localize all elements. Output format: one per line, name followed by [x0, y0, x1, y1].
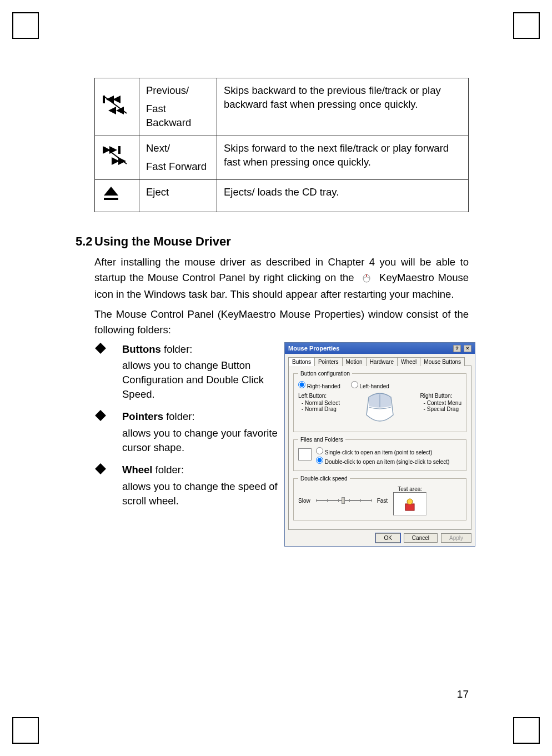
- mouse-graphic: [358, 393, 402, 427]
- dialog-title: Mouse Properties: [288, 345, 339, 352]
- eject-icon: [95, 179, 139, 212]
- table-row: Next/ Fast Forward Skips forward to the …: [95, 136, 469, 179]
- bullet-list-column: Buttons folder: allows you to change But…: [94, 342, 278, 547]
- ok-button[interactable]: OK: [375, 533, 400, 543]
- page-content: Previous/ Fast Backward Skips backward t…: [94, 78, 469, 547]
- radio-right-handed[interactable]: Right-handed: [298, 383, 340, 389]
- apply-button[interactable]: Apply: [441, 533, 471, 543]
- svg-marker-12: [104, 187, 118, 196]
- svg-rect-8: [118, 146, 121, 154]
- right-button-info: Right Button: Context Menu Special Drag: [420, 393, 461, 412]
- cancel-button[interactable]: Cancel: [404, 533, 438, 543]
- svg-marker-6: [103, 146, 111, 154]
- test-area: Test area:: [393, 486, 426, 515]
- tab-pointers[interactable]: Pointers: [314, 357, 343, 366]
- slow-label: Slow: [298, 498, 310, 504]
- crop-mark: [12, 12, 39, 39]
- mouse-properties-dialog: Mouse Properties ? × Buttons Pointers Mo…: [284, 342, 475, 547]
- previous-desc: Skips backward to the previous file/trac…: [217, 78, 469, 136]
- diamond-bullet-icon: [95, 463, 106, 474]
- screenshot-column: Mouse Properties ? × Buttons Pointers Mo…: [284, 342, 475, 547]
- svg-marker-2: [113, 96, 121, 103]
- svg-rect-13: [104, 198, 118, 200]
- svg-rect-15: [366, 274, 367, 277]
- dialog-titlebar: Mouse Properties ? ×: [285, 343, 475, 354]
- svg-marker-11: [118, 157, 126, 165]
- svg-marker-4: [108, 107, 116, 114]
- previous-label: Previous/ Fast Backward: [139, 78, 217, 136]
- tab-bar: Buttons Pointers Motion Hardware Wheel M…: [288, 357, 471, 366]
- previous-icon: [95, 78, 139, 136]
- svg-marker-10: [112, 157, 119, 165]
- paragraph-2: The Mouse Control Panel (KeyMaestro Mous…: [94, 307, 469, 338]
- radio-single-click[interactable]: Single-click to open an item (point to s…: [316, 447, 449, 457]
- table-row: Eject Ejects/ loads the CD tray.: [95, 179, 469, 212]
- speed-slider[interactable]: [316, 497, 372, 504]
- svg-rect-16: [405, 504, 414, 510]
- eject-label: Eject: [139, 179, 217, 212]
- tab-buttons[interactable]: Buttons: [288, 357, 315, 366]
- tab-mouse-buttons[interactable]: Mouse Buttons: [420, 357, 465, 366]
- folder-icon: [298, 448, 312, 460]
- radio-left-handed[interactable]: Left-handed: [351, 383, 389, 389]
- dialog-button-row: OK Cancel Apply: [285, 530, 475, 546]
- tab-hardware[interactable]: Hardware: [366, 357, 398, 366]
- keymaestro-icon: [361, 272, 372, 287]
- crop-mark: [513, 717, 540, 744]
- fast-label: Fast: [377, 498, 388, 504]
- double-click-speed-group: Double-click speed Slow: [293, 475, 466, 520]
- button-config-group: Button configuration Right-handed Left-h…: [293, 371, 466, 432]
- files-folders-group: Files and Folders Single-click to open a…: [293, 437, 466, 471]
- help-icon[interactable]: ?: [453, 345, 461, 352]
- page-number: 17: [457, 688, 469, 700]
- close-icon[interactable]: ×: [464, 345, 471, 352]
- list-item: Wheel folder: allows you to change the s…: [94, 463, 278, 508]
- list-item: Pointers folder: allows you to change yo…: [94, 409, 278, 455]
- crop-mark: [513, 12, 540, 39]
- tab-motion[interactable]: Motion: [342, 357, 367, 366]
- svg-marker-7: [109, 146, 117, 154]
- next-label: Next/ Fast Forward: [139, 136, 217, 179]
- next-icon: [95, 136, 139, 179]
- eject-desc: Ejects/ loads the CD tray.: [217, 179, 469, 212]
- jack-in-box-icon[interactable]: [393, 492, 426, 515]
- diamond-bullet-icon: [95, 410, 106, 421]
- next-desc: Skips forward to the next file/track or …: [217, 136, 469, 179]
- list-item: Buttons folder: allows you to change But…: [94, 342, 278, 402]
- crop-mark: [12, 717, 39, 744]
- diamond-bullet-icon: [95, 343, 106, 354]
- media-key-table: Previous/ Fast Backward Skips backward t…: [94, 78, 469, 212]
- svg-point-17: [407, 499, 413, 504]
- tab-wheel[interactable]: Wheel: [397, 357, 420, 366]
- paragraph-1: After installing the mouse driver as des…: [94, 254, 469, 302]
- left-button-info: Left Button: Normal Select Normal Drag: [298, 393, 340, 412]
- table-row: Previous/ Fast Backward Skips backward t…: [95, 78, 469, 136]
- section-heading: 5.2Using the Mouse Driver: [76, 234, 469, 249]
- radio-double-click[interactable]: Double-click to open an item (single-cli…: [316, 457, 449, 466]
